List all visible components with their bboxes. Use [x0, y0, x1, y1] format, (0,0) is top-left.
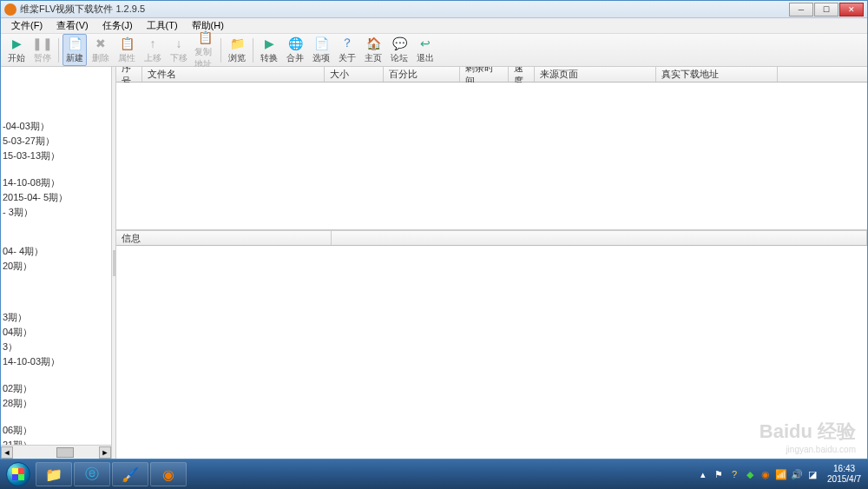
toolbar-button-15[interactable]: ↩退出: [413, 35, 437, 65]
scroll-right-icon[interactable]: ►: [99, 446, 111, 459]
toolbar-button-11[interactable]: 📄选项: [309, 35, 333, 65]
task-item-ie[interactable]: ⓔ: [74, 462, 110, 486]
tray-network-icon[interactable]: 📶: [775, 468, 787, 480]
sidebar-item[interactable]: [1, 298, 111, 310]
task-item-app[interactable]: ◉: [150, 462, 187, 486]
column-header[interactable]: 剩余时间: [460, 67, 509, 82]
column-header[interactable]: 序号: [116, 67, 142, 82]
menu-item[interactable]: 查看(V): [49, 19, 95, 32]
tray-volume-icon[interactable]: 🔊: [791, 468, 803, 480]
tray-help-icon[interactable]: ?: [728, 468, 740, 480]
window-controls: ─ ☐ ✕: [789, 3, 864, 17]
info-body[interactable]: [116, 246, 867, 459]
toolbar-button-label: 浏览: [228, 52, 246, 64]
toolbar-button-6[interactable]: ↓下移: [167, 35, 191, 65]
toolbar-button-14[interactable]: 💬论坛: [387, 35, 411, 65]
sidebar-item[interactable]: [1, 411, 111, 423]
sidebar-list[interactable]: -04-03期）5-03-27期）15-03-13期） 14-10-08期）20…: [1, 67, 111, 445]
暂停-icon: ❚❚: [35, 36, 50, 51]
toolbar-button-1[interactable]: ❚❚暂停: [30, 35, 55, 65]
column-header[interactable]: 百分比: [384, 67, 460, 82]
task-item-paint[interactable]: 🖌️: [112, 462, 148, 486]
toolbar-button-5[interactable]: ↑上移: [141, 35, 165, 65]
scroll-left-icon[interactable]: ◄: [1, 446, 13, 459]
toolbar-button-0[interactable]: ▶开始: [4, 35, 29, 65]
column-header[interactable]: 文件名: [142, 67, 325, 82]
sidebar-item[interactable]: [1, 274, 111, 286]
sidebar-item[interactable]: [1, 369, 111, 381]
合并-icon: 🌐: [287, 36, 303, 51]
toolbar-button-3[interactable]: ✖删除: [89, 35, 113, 65]
download-table-body[interactable]: [116, 83, 867, 230]
menu-item[interactable]: 文件(F): [4, 19, 49, 32]
menu-item[interactable]: 任务(J): [95, 19, 140, 32]
上移-icon: ↑: [145, 36, 161, 51]
sidebar-item[interactable]: 2015-04- 5期）: [1, 190, 111, 205]
sidebar-item[interactable]: 04期）: [1, 325, 111, 340]
toolbar-button-label: 暂停: [34, 52, 51, 64]
删除-icon: ✖: [93, 36, 108, 51]
info-column-spacer: [332, 231, 867, 245]
toolbar-button-10[interactable]: 🌐合并: [283, 35, 307, 65]
clock-date: 2015/4/7: [827, 474, 861, 485]
start-button[interactable]: [2, 461, 35, 487]
column-header[interactable]: 大小: [325, 67, 384, 82]
toolbar-button-label: 转换: [260, 52, 278, 64]
toolbar-separator: [58, 38, 59, 63]
toolbar-button-2[interactable]: 📄新建: [62, 34, 87, 66]
toolbar-button-8[interactable]: 📁浏览: [225, 35, 249, 65]
开始-icon: ▶: [9, 36, 24, 51]
sidebar-item[interactable]: -04-03期）: [1, 119, 111, 134]
column-header[interactable]: 真实下载地址: [656, 67, 778, 82]
sidebar-item[interactable]: 14-10-08期）: [1, 175, 111, 190]
tray-misc-icon[interactable]: ◪: [806, 468, 819, 480]
close-button[interactable]: ✕: [839, 3, 864, 17]
toolbar-button-label: 主页: [365, 52, 382, 64]
sidebar-item[interactable]: 02期）: [1, 381, 111, 396]
sidebar-item[interactable]: 3）: [1, 340, 111, 354]
maximize-button[interactable]: ☐: [814, 3, 838, 17]
tray-flag-icon[interactable]: ⚑: [713, 468, 725, 480]
sidebar-item[interactable]: [1, 232, 111, 244]
tray-clock[interactable]: 16:43 2015/4/7: [827, 464, 861, 485]
toolbar-button-label: 开始: [8, 52, 25, 64]
sidebar-item[interactable]: 5-03-27期）: [1, 134, 111, 149]
浏览-icon: 📁: [229, 36, 245, 51]
sidebar-item[interactable]: 20期）: [1, 259, 111, 274]
splitter-grip-icon: [113, 250, 115, 276]
menu-item[interactable]: 工具(T): [140, 19, 185, 32]
toolbar-button-4[interactable]: 📋属性: [115, 35, 139, 65]
info-header: 信息: [116, 230, 867, 246]
toolbar-button-label: 上移: [144, 52, 161, 64]
column-header[interactable]: 速度: [509, 67, 535, 82]
sidebar-item[interactable]: 14-10-03期）: [1, 354, 111, 369]
sidebar-item[interactable]: [1, 163, 111, 175]
info-column-header[interactable]: 信息: [116, 231, 332, 245]
task-item-explorer[interactable]: 📁: [36, 462, 72, 486]
sidebar-item[interactable]: - 3期）: [1, 205, 111, 220]
toolbar-button-9[interactable]: ▶转换: [257, 35, 281, 65]
sidebar-item[interactable]: [1, 220, 111, 232]
sidebar-item[interactable]: 15-03-13期）: [1, 149, 111, 163]
sidebar-item[interactable]: 06期）: [1, 423, 111, 438]
tray-app-icon[interactable]: ◉: [760, 468, 772, 480]
toolbar-button-13[interactable]: 🏠主页: [361, 35, 385, 65]
minimize-button[interactable]: ─: [789, 3, 813, 17]
scroll-thumb[interactable]: [56, 447, 74, 458]
sidebar-item[interactable]: [1, 286, 111, 298]
tray-shield-icon[interactable]: ◆: [744, 468, 756, 480]
tray-arrow-icon[interactable]: ▴: [697, 468, 709, 480]
toolbar-button-12[interactable]: ？关于: [335, 35, 359, 65]
toolbar-button-7[interactable]: 📋复制地址: [193, 29, 217, 71]
sidebar-item[interactable]: 04- 4期）: [1, 244, 111, 259]
复制地址-icon: 📋: [197, 30, 213, 45]
sidebar-item[interactable]: 3期）: [1, 310, 111, 325]
column-header[interactable]: 来源页面: [535, 67, 656, 82]
body-area: -04-03期）5-03-27期）15-03-13期） 14-10-08期）20…: [1, 67, 867, 459]
sidebar-hscroll[interactable]: ◄ ►: [1, 445, 111, 459]
scroll-track[interactable]: [14, 446, 98, 459]
sidebar-item[interactable]: 21期）: [1, 438, 111, 445]
system-tray: ▴ ⚑ ? ◆ ◉ 📶 🔊 ◪ 16:43 2015/4/7: [697, 464, 866, 485]
taskbar: 📁 ⓔ 🖌️ ◉ ▴ ⚑ ? ◆ ◉ 📶 🔊 ◪ 16:43 2015/4/7: [0, 459, 868, 489]
sidebar-item[interactable]: 28期）: [1, 396, 111, 411]
